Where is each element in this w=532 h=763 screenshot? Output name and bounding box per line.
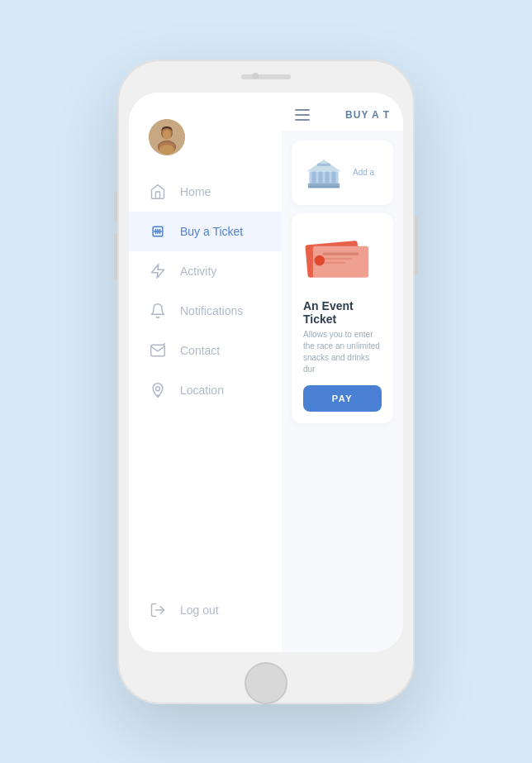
nav-items: Home Buy a Ticket <box>129 172 282 653</box>
side-button-left-bottom <box>114 233 117 279</box>
avatar <box>149 119 185 155</box>
sidebar-item-label-location: Location <box>180 384 224 397</box>
mail-icon <box>149 341 167 360</box>
ticket-icon <box>149 222 167 241</box>
phone-screen: Home Buy a Ticket <box>129 93 403 653</box>
svg-rect-23 <box>308 186 340 188</box>
camera <box>252 73 259 79</box>
ticket-description: Allows you to enter the race an unlimite… <box>303 329 382 375</box>
sidebar-item-label-active: Buy a Ticket <box>180 225 243 238</box>
svg-point-31 <box>314 255 325 266</box>
svg-rect-28 <box>323 253 359 255</box>
sidebar-item-location[interactable]: Location <box>129 370 282 410</box>
svg-rect-20 <box>325 171 330 183</box>
sidebar-item-notifications[interactable]: Notifications <box>129 291 282 331</box>
panel-header: BUY A T <box>282 93 403 131</box>
svg-point-7 <box>159 145 174 155</box>
pay-button[interactable]: PAY <box>303 385 382 412</box>
hamburger-button[interactable] <box>295 109 310 121</box>
svg-rect-30 <box>323 262 346 264</box>
svg-point-14 <box>156 386 160 390</box>
bell-icon <box>149 302 167 320</box>
home-icon <box>149 183 167 201</box>
panel-content: Add a <box>282 131 403 653</box>
sidebar-item-contact[interactable]: Contact <box>129 331 282 370</box>
svg-rect-19 <box>319 171 323 183</box>
sidebar-item-label-activity: Activity <box>180 265 216 278</box>
bank-add-text: Add a <box>353 168 374 177</box>
home-button[interactable] <box>245 662 287 703</box>
sidebar-item-buy-ticket[interactable]: Buy a Ticket <box>129 212 282 251</box>
activity-icon <box>149 262 167 280</box>
avatar-area <box>129 93 282 172</box>
sidebar-item-label-notifications: Notifications <box>180 304 243 317</box>
logout-label: Log out <box>180 603 219 617</box>
location-icon <box>149 381 167 399</box>
main-panel: BUY A T <box>282 93 403 653</box>
svg-rect-25 <box>317 163 330 165</box>
ticket-image <box>303 225 382 291</box>
speaker <box>241 74 291 79</box>
svg-rect-21 <box>332 171 336 183</box>
svg-rect-18 <box>312 171 316 183</box>
phone-frame: Home Buy a Ticket <box>117 60 415 704</box>
sidebar-item-label: Home <box>180 185 211 198</box>
side-button-left-top <box>114 192 117 222</box>
sidebar-item-activity[interactable]: Activity <box>129 251 282 291</box>
svg-rect-22 <box>308 183 340 185</box>
panel-title: BUY A T <box>345 109 390 121</box>
svg-point-6 <box>164 132 170 139</box>
ticket-title: An Event Ticket <box>303 299 382 326</box>
logout-item[interactable]: Log out <box>129 588 282 632</box>
logout-icon <box>149 601 167 619</box>
event-ticket-card[interactable]: An Event Ticket Allows you to enter the … <box>292 213 393 423</box>
side-button-right <box>415 217 418 274</box>
sidebar-item-home[interactable]: Home <box>129 172 282 212</box>
svg-rect-29 <box>323 258 353 260</box>
bank-card[interactable]: Add a <box>292 141 393 205</box>
sidebar: Home Buy a Ticket <box>129 93 282 653</box>
sidebar-item-label-contact: Contact <box>180 344 220 357</box>
bank-icon <box>303 152 344 193</box>
